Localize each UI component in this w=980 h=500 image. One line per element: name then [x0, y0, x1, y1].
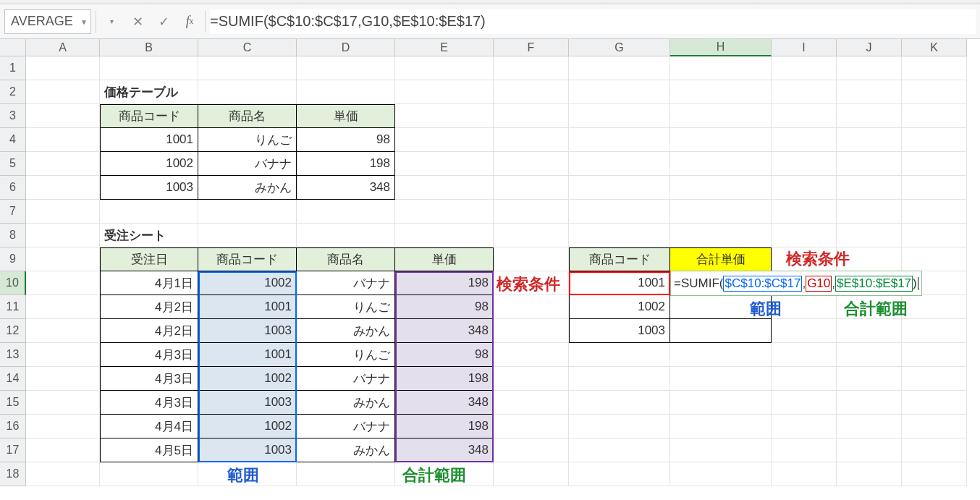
- cell-G10[interactable]: 1001: [569, 271, 670, 295]
- cell-H18[interactable]: [670, 462, 772, 486]
- row-header-13[interactable]: 13: [0, 343, 26, 367]
- cell-K6[interactable]: [902, 176, 967, 200]
- cell-D5[interactable]: 198: [297, 152, 395, 176]
- cell-E10[interactable]: 198: [395, 271, 494, 295]
- cell-H16[interactable]: [670, 415, 772, 438]
- cell-G1[interactable]: [569, 56, 670, 80]
- cell-F6[interactable]: [494, 176, 569, 200]
- cell-A1[interactable]: [26, 56, 100, 80]
- cell-C17[interactable]: 1003: [198, 438, 297, 462]
- cell-A3[interactable]: [26, 104, 100, 128]
- cell-G3[interactable]: [569, 104, 670, 128]
- row-header-9[interactable]: 9: [0, 247, 26, 271]
- cell-K5[interactable]: [902, 152, 967, 176]
- row-header-10[interactable]: 10: [0, 271, 26, 295]
- cell-D7[interactable]: [297, 200, 395, 224]
- cell-J3[interactable]: [837, 104, 902, 128]
- cell-I2[interactable]: [772, 80, 837, 104]
- cell-J18[interactable]: [837, 462, 902, 486]
- cell-F10[interactable]: [494, 271, 569, 295]
- cell-G8[interactable]: [569, 224, 670, 247]
- row-header-14[interactable]: 14: [0, 367, 26, 391]
- cell-I14[interactable]: [772, 367, 837, 391]
- cell-F5[interactable]: [494, 152, 569, 176]
- cell-B13[interactable]: 4月3日: [100, 343, 198, 367]
- cell-J9[interactable]: [837, 247, 902, 271]
- cell-C14[interactable]: 1002: [198, 367, 297, 391]
- column-header-B[interactable]: B: [100, 39, 198, 56]
- cell-H13[interactable]: [670, 343, 772, 367]
- row-header-8[interactable]: 8: [0, 224, 26, 247]
- cell-I1[interactable]: [772, 56, 837, 80]
- cell-F12[interactable]: [494, 319, 569, 343]
- cell-J7[interactable]: [837, 200, 902, 224]
- cell-E13[interactable]: 98: [395, 343, 494, 367]
- cell-A2[interactable]: [26, 80, 100, 104]
- cell-A6[interactable]: [26, 176, 100, 200]
- cell-B1[interactable]: [100, 56, 198, 80]
- cell-C4[interactable]: りんご: [198, 128, 297, 152]
- cell-K3[interactable]: [902, 104, 967, 128]
- cell-I15[interactable]: [772, 391, 837, 415]
- cell-C9[interactable]: 商品コード: [198, 247, 297, 271]
- cell-J15[interactable]: [837, 391, 902, 415]
- column-header-G[interactable]: G: [569, 39, 670, 56]
- cell-J5[interactable]: [837, 152, 902, 176]
- cell-D17[interactable]: みかん: [297, 438, 395, 462]
- cell-H4[interactable]: [670, 128, 772, 152]
- cell-I6[interactable]: [772, 176, 837, 200]
- cell-K2[interactable]: [902, 80, 967, 104]
- cell-D2[interactable]: [297, 80, 395, 104]
- cell-D12[interactable]: みかん: [297, 319, 395, 343]
- cell-E16[interactable]: 198: [395, 415, 494, 438]
- cell-H3[interactable]: [670, 104, 772, 128]
- cell-C5[interactable]: バナナ: [198, 152, 297, 176]
- row-header-7[interactable]: 7: [0, 200, 26, 224]
- cell-K4[interactable]: [902, 128, 967, 152]
- column-header-E[interactable]: E: [395, 39, 494, 56]
- cell-F17[interactable]: [494, 438, 569, 462]
- cell-D1[interactable]: [297, 56, 395, 80]
- cell-K12[interactable]: [902, 319, 967, 343]
- row-header-1[interactable]: 1: [0, 56, 26, 80]
- cell-G7[interactable]: [569, 200, 670, 224]
- chevron-down-icon[interactable]: ▼: [80, 17, 88, 25]
- cell-B6[interactable]: 1003: [100, 176, 198, 200]
- cell-G13[interactable]: [569, 343, 670, 367]
- row-header-12[interactable]: 12: [0, 319, 26, 343]
- cell-A10[interactable]: [26, 271, 100, 295]
- cell-A8[interactable]: [26, 224, 100, 247]
- column-header-K[interactable]: K: [902, 39, 967, 56]
- cell-E17[interactable]: 348: [395, 438, 494, 462]
- cell-K8[interactable]: [902, 224, 967, 247]
- cell-H7[interactable]: [670, 200, 772, 224]
- cell-E15[interactable]: 348: [395, 391, 494, 415]
- cell-E9[interactable]: 単価: [395, 247, 494, 271]
- cell-C6[interactable]: みかん: [198, 176, 297, 200]
- cell-A15[interactable]: [26, 391, 100, 415]
- row-header-11[interactable]: 11: [0, 295, 26, 319]
- cell-I16[interactable]: [772, 415, 837, 438]
- cancel-formula-icon[interactable]: ✕: [127, 11, 148, 33]
- cell-D18[interactable]: [297, 462, 395, 486]
- cell-F18[interactable]: [494, 462, 569, 486]
- cell-G18[interactable]: [569, 462, 670, 486]
- cell-B7[interactable]: [100, 200, 198, 224]
- cell-G12[interactable]: 1003: [569, 319, 670, 343]
- cell-D16[interactable]: バナナ: [297, 415, 395, 438]
- cell-E7[interactable]: [395, 200, 494, 224]
- cell-I3[interactable]: [772, 104, 837, 128]
- column-header-I[interactable]: I: [772, 39, 837, 56]
- cell-J6[interactable]: [837, 176, 902, 200]
- dropdown-small-icon[interactable]: ▾: [101, 11, 122, 33]
- column-header-D[interactable]: D: [297, 39, 395, 56]
- cell-I12[interactable]: [772, 319, 837, 343]
- cell-K15[interactable]: [902, 391, 967, 415]
- cell-I8[interactable]: [772, 224, 837, 247]
- cell-I11[interactable]: [772, 295, 837, 319]
- cell-D10[interactable]: バナナ: [297, 271, 395, 295]
- cell-B8[interactable]: 受注シート: [100, 224, 198, 247]
- cell-I9[interactable]: [772, 247, 837, 271]
- grid[interactable]: ABCDEFGHIJK 123456789101112131415161718 …: [0, 39, 980, 500]
- cell-E11[interactable]: 98: [395, 295, 494, 319]
